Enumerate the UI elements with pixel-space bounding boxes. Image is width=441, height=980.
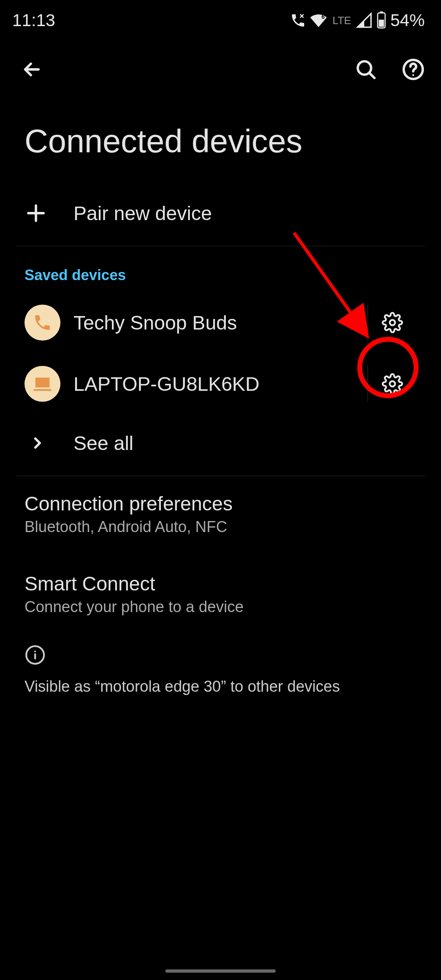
see-all-label: See all bbox=[74, 432, 416, 454]
gear-icon bbox=[382, 373, 403, 394]
saved-devices-header: Saved devices bbox=[0, 250, 441, 292]
smart-connect-row[interactable]: Smart Connect Connect your phone to a de… bbox=[0, 560, 441, 628]
svg-text:6: 6 bbox=[322, 13, 325, 20]
signal-icon bbox=[356, 12, 372, 29]
wifi-calling-icon bbox=[290, 12, 306, 29]
back-button[interactable] bbox=[20, 58, 43, 81]
device-icon-circle bbox=[24, 305, 60, 341]
lte-label: LTE bbox=[332, 14, 351, 27]
divider bbox=[16, 246, 425, 246]
plus-icon bbox=[24, 202, 47, 225]
page-title: Connected devices bbox=[0, 98, 441, 185]
device-settings-button[interactable] bbox=[368, 304, 416, 341]
device-row[interactable]: LAPTOP-GU8LK6KD bbox=[0, 353, 441, 414]
help-button[interactable] bbox=[402, 58, 425, 81]
connection-preferences-row[interactable]: Connection preferences Bluetooth, Androi… bbox=[0, 480, 441, 548]
phone-icon bbox=[33, 313, 52, 332]
device-name: Techy Snoop Buds bbox=[74, 312, 368, 334]
arrow-back-icon bbox=[20, 58, 43, 81]
svg-point-6 bbox=[412, 74, 414, 76]
wifi-icon: 6 bbox=[310, 11, 327, 29]
pair-new-device-row[interactable]: Pair new device bbox=[0, 185, 441, 242]
status-bar: 11:13 6 LTE 54% bbox=[0, 0, 441, 41]
gear-icon bbox=[382, 312, 403, 333]
status-right: 6 LTE 54% bbox=[290, 11, 425, 30]
smart-connect-title: Smart Connect bbox=[24, 572, 416, 595]
search-button[interactable] bbox=[354, 58, 377, 81]
device-name: LAPTOP-GU8LK6KD bbox=[74, 373, 368, 395]
info-icon bbox=[24, 644, 46, 666]
info-row bbox=[0, 628, 441, 670]
battery-percent: 54% bbox=[390, 11, 425, 30]
see-all-row[interactable]: See all bbox=[0, 414, 441, 472]
visibility-text: Visible as “motorola edge 30” to other d… bbox=[0, 670, 441, 704]
battery-icon bbox=[376, 11, 387, 29]
connection-preferences-title: Connection preferences bbox=[24, 492, 416, 515]
device-settings-button[interactable] bbox=[368, 365, 416, 402]
nav-handle[interactable] bbox=[165, 969, 276, 973]
pair-new-device-label: Pair new device bbox=[74, 202, 416, 225]
connection-preferences-sub: Bluetooth, Android Auto, NFC bbox=[24, 518, 416, 536]
device-row[interactable]: Techy Snoop Buds bbox=[0, 292, 441, 353]
smart-connect-sub: Connect your phone to a device bbox=[24, 598, 416, 616]
chevron-right-icon bbox=[29, 434, 47, 452]
app-bar bbox=[0, 41, 441, 98]
divider bbox=[16, 476, 425, 476]
svg-point-7 bbox=[390, 320, 395, 325]
svg-point-8 bbox=[390, 381, 395, 387]
status-time: 11:13 bbox=[12, 11, 55, 30]
device-icon-circle bbox=[24, 366, 60, 402]
search-icon bbox=[354, 58, 377, 81]
svg-rect-2 bbox=[380, 11, 383, 13]
svg-point-10 bbox=[34, 650, 36, 652]
svg-rect-3 bbox=[379, 20, 384, 27]
laptop-icon bbox=[32, 373, 53, 394]
help-icon bbox=[402, 58, 425, 81]
